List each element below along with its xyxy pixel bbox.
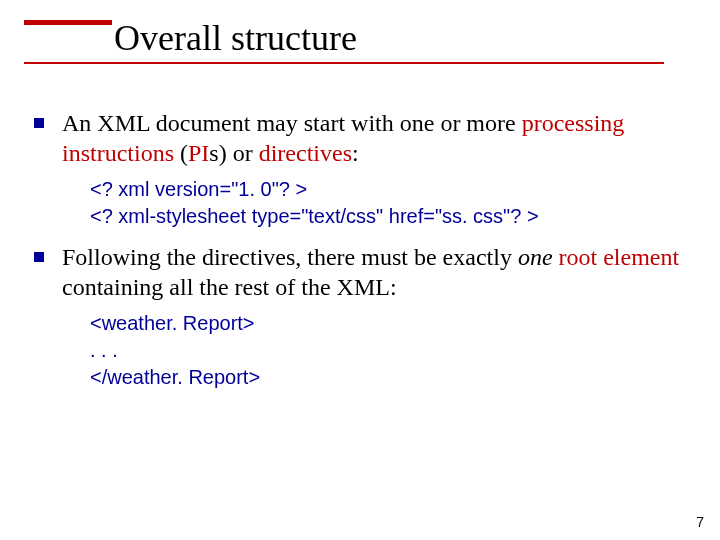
text-italic: one bbox=[518, 244, 553, 270]
square-bullet-icon bbox=[34, 252, 44, 262]
code-block-2: <weather. Report> . . . </weather. Repor… bbox=[90, 310, 690, 391]
code-line: <? xml-stylesheet type="text/css" href="… bbox=[90, 203, 690, 230]
text-segment: An XML document may start with one or mo… bbox=[62, 110, 522, 136]
slide-title: Overall structure bbox=[24, 20, 664, 58]
page-number: 7 bbox=[696, 514, 704, 530]
text-segment: containing all the rest of the XML: bbox=[62, 274, 397, 300]
code-line: <? xml version="1. 0"? > bbox=[90, 176, 690, 203]
point-text: An XML document may start with one or mo… bbox=[62, 108, 690, 168]
square-bullet-icon bbox=[34, 118, 44, 128]
text-segment: s) or bbox=[209, 140, 258, 166]
bullet-point-1: An XML document may start with one or mo… bbox=[30, 108, 690, 168]
text-red: PI bbox=[188, 140, 209, 166]
code-block-1: <? xml version="1. 0"? > <? xml-styleshe… bbox=[90, 176, 690, 230]
title-underline bbox=[24, 62, 664, 64]
slide-body: An XML document may start with one or mo… bbox=[30, 108, 690, 403]
text-red: root element bbox=[559, 244, 680, 270]
slide: { "title": "Overall structure", "points"… bbox=[0, 0, 720, 540]
code-line: . . . bbox=[90, 337, 690, 364]
text-red: directives bbox=[259, 140, 352, 166]
text-segment: Following the directives, there must be … bbox=[62, 244, 518, 270]
text-segment: : bbox=[352, 140, 359, 166]
point-text: Following the directives, there must be … bbox=[62, 242, 690, 302]
bullet-point-2: Following the directives, there must be … bbox=[30, 242, 690, 302]
code-line: <weather. Report> bbox=[90, 310, 690, 337]
text-segment: ( bbox=[174, 140, 188, 166]
title-area: Overall structure bbox=[24, 20, 664, 64]
code-line: </weather. Report> bbox=[90, 364, 690, 391]
